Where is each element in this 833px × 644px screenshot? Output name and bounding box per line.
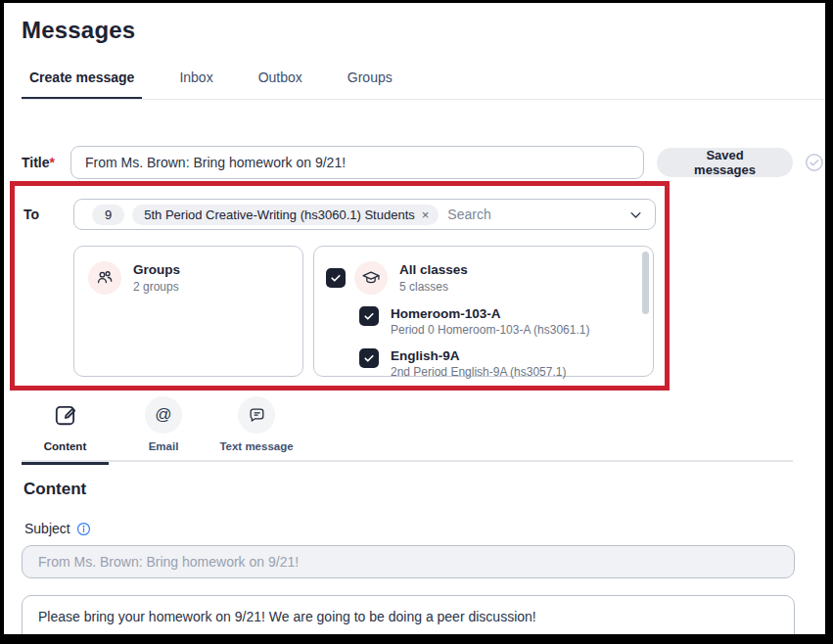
speech-bubble-icon (248, 406, 266, 425)
graduation-cap-icon (361, 268, 381, 288)
check-icon (330, 272, 342, 284)
required-asterisk: * (50, 155, 55, 170)
people-icon (95, 268, 115, 288)
subject-input (22, 545, 795, 578)
all-classes-text: All classes 5 classes (399, 261, 468, 294)
subject-row: Subject (24, 521, 91, 536)
chip-remove-icon[interactable]: × (422, 207, 430, 222)
page-title: Messages (22, 17, 135, 44)
title-label: Title* (22, 155, 55, 170)
classes-panel: All classes 5 classes Homeroom-103-A Per… (313, 246, 654, 377)
subtab-email-label: Email (149, 440, 179, 452)
class-subtitle: Period 0 Homeroom-103-A (hs3061.1) (391, 323, 589, 337)
subtab-email[interactable]: @ Email (127, 396, 200, 465)
recipient-chip[interactable]: 5th Period Creative-Writing (hs3060.1) S… (132, 205, 439, 225)
main-tabs: Create message Inbox Outbox Groups (22, 69, 400, 100)
class-checkbox[interactable] (359, 348, 379, 368)
class-subtitle: 2nd Period English-9A (hs3057.1) (391, 365, 566, 379)
recipient-chip-label: 5th Period Creative-Writing (hs3060.1) S… (144, 207, 415, 222)
class-text: English-9A 2nd Period English-9A (hs3057… (391, 347, 566, 379)
groups-icon-circle (88, 261, 121, 295)
groups-title: Groups (133, 262, 180, 277)
recipients-multiselect[interactable]: 9 5th Period Creative-Writing (hs3060.1)… (73, 199, 656, 230)
groups-option: Groups 2 groups (88, 261, 289, 295)
edit-icon (53, 402, 78, 428)
all-classes-icon-circle (354, 261, 388, 295)
classes-scrollbar[interactable] (642, 252, 649, 314)
class-text: Homeroom-103-A Period 0 Homeroom-103-A (… (391, 305, 589, 337)
subtab-text-message[interactable]: Text message (211, 396, 301, 465)
saved-messages-button[interactable]: Saved messages (657, 148, 793, 177)
to-row: To 9 5th Period Creative-Writing (hs3060… (23, 199, 656, 230)
tab-groups[interactable]: Groups (340, 69, 400, 100)
saved-check-icon (804, 152, 825, 173)
subtab-text-message-label: Text message (219, 440, 293, 452)
all-classes-title: All classes (399, 262, 468, 277)
email-icon-circle: @ (145, 396, 182, 434)
check-icon (363, 310, 375, 322)
message-textarea[interactable]: Please bring your homework on 9/21! We a… (22, 595, 795, 634)
at-icon: @ (155, 405, 171, 425)
groups-text: Groups 2 groups (133, 261, 180, 294)
to-label: To (23, 207, 73, 222)
all-classes-subtitle: 5 classes (399, 280, 468, 294)
title-label-text: Title (22, 155, 50, 170)
check-icon (363, 352, 375, 364)
channel-tabs: Content @ Email Text message (22, 396, 301, 465)
all-classes-row: All classes 5 classes (326, 261, 641, 295)
tabs-divider (22, 99, 825, 100)
subtabs-divider (22, 460, 793, 462)
messages-page: Messages Create message Inbox Outbox Gro… (4, 3, 825, 634)
class-item: English-9A 2nd Period English-9A (hs3057… (359, 347, 641, 379)
chevron-down-icon[interactable] (628, 207, 643, 222)
content-heading: Content (23, 480, 86, 499)
tab-create-message[interactable]: Create message (22, 69, 142, 100)
tab-inbox[interactable]: Inbox (171, 69, 220, 100)
tab-outbox[interactable]: Outbox (251, 69, 310, 100)
groups-subtitle: 2 groups (133, 280, 180, 294)
title-input[interactable] (70, 146, 644, 179)
subject-label: Subject (24, 521, 70, 536)
info-icon[interactable] (76, 522, 91, 536)
subtab-content[interactable]: Content (22, 396, 109, 465)
annotation-red-box: To 9 5th Period Creative-Writing (hs3060… (10, 181, 670, 391)
class-item: Homeroom-103-A Period 0 Homeroom-103-A (… (359, 305, 641, 337)
groups-panel[interactable]: Groups 2 groups (73, 246, 303, 377)
recipient-search-input[interactable] (447, 207, 628, 222)
class-title: Homeroom-103-A (391, 306, 589, 321)
recipient-count-badge: 9 (92, 205, 124, 225)
all-classes-checkbox[interactable] (326, 268, 346, 288)
subtab-content-label: Content (44, 440, 86, 452)
title-row: Title* Saved messages (22, 146, 825, 179)
class-checkbox[interactable] (359, 306, 379, 326)
text-message-icon-circle (238, 396, 275, 434)
class-title: English-9A (391, 348, 566, 363)
